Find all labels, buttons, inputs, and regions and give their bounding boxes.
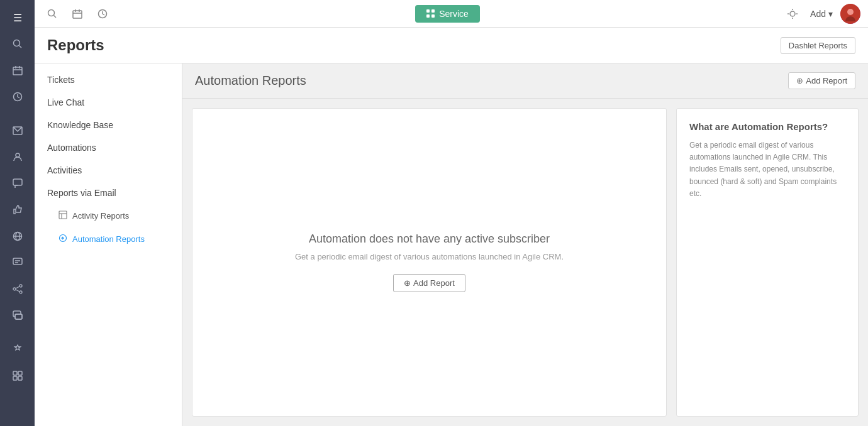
svg-line-31: [54, 15, 57, 18]
header-search-icon[interactable]: [42, 4, 62, 24]
automation-reports-icon: [58, 234, 67, 244]
plugins-nav-icon[interactable]: [5, 363, 30, 388]
svg-rect-26: [13, 371, 17, 375]
empty-plus-icon: ⊕: [404, 278, 411, 288]
info-panel-title: What are Automation Reports?: [689, 121, 845, 132]
reports-via-email-label: Reports via Email: [47, 188, 116, 198]
page-header: Reports Dashlet Reports: [35, 28, 868, 63]
page-title: Reports: [47, 36, 104, 54]
svg-line-38: [103, 14, 104, 15]
add-button[interactable]: Add ▾: [810, 9, 833, 19]
svg-rect-32: [73, 11, 82, 18]
svg-line-8: [18, 97, 19, 98]
left-nav: Tickets Live Chat Knowledge Base Automat…: [35, 63, 182, 426]
activity-reports-icon: [58, 210, 67, 221]
nav-item-activity-reports[interactable]: Activity Reports: [35, 204, 182, 227]
svg-rect-29: [18, 376, 22, 380]
knowledge-base-label: Knowledge Base: [47, 120, 113, 130]
nav-item-automations[interactable]: Automations: [35, 136, 182, 159]
automation-header: Automation Reports ⊕ Add Report: [182, 63, 868, 99]
avatar[interactable]: [840, 4, 860, 24]
svg-point-0: [13, 40, 19, 46]
svg-point-45: [847, 9, 854, 15]
activities-label: Activities: [47, 165, 82, 175]
search-icon[interactable]: [5, 31, 30, 57]
share-nav-icon[interactable]: [5, 276, 30, 302]
svg-point-30: [48, 9, 55, 16]
svg-line-1: [19, 46, 21, 48]
empty-title: Automation does not have any active subs…: [309, 232, 550, 246]
add-report-header-button[interactable]: ⊕ Add Report: [788, 72, 855, 89]
top-header: Service Add ▾: [35, 0, 868, 28]
brightness-icon[interactable]: [782, 4, 803, 24]
body-area: Tickets Live Chat Knowledge Base Automat…: [35, 63, 868, 426]
reports-main: Automation Reports ⊕ Add Report Automati…: [182, 63, 868, 426]
nav-item-automation-reports[interactable]: Automation Reports: [35, 227, 182, 251]
comments-nav-icon[interactable]: [5, 303, 30, 328]
svg-rect-28: [13, 376, 17, 380]
tickets-label: Tickets: [47, 75, 75, 85]
header-left: [42, 4, 113, 24]
dashlet-reports-button[interactable]: Dashlet Reports: [781, 37, 855, 54]
email-nav-icon[interactable]: [5, 118, 30, 143]
header-calendar-icon[interactable]: [67, 4, 87, 24]
svg-point-18: [19, 285, 22, 287]
header-center: Service: [415, 5, 480, 23]
service-label: Service: [439, 9, 469, 19]
plus-circle-icon: ⊕: [796, 76, 803, 85]
nav-item-reports-via-email[interactable]: Reports via Email: [35, 182, 182, 204]
header-clock-icon[interactable]: [92, 4, 113, 24]
clock-icon[interactable]: [5, 84, 30, 109]
reports-content: Automation does not have any active subs…: [182, 99, 868, 426]
svg-rect-11: [13, 179, 22, 185]
header-right: Add ▾: [782, 4, 860, 24]
globe-nav-icon[interactable]: [5, 224, 30, 249]
menu-icon[interactable]: ☰: [5, 5, 30, 30]
nav-item-knowledge-base[interactable]: Knowledge Base: [35, 114, 182, 136]
svg-rect-24: [15, 314, 22, 319]
svg-point-10: [16, 153, 19, 157]
main-wrapper: Service Add ▾ Reports Dashle: [35, 0, 868, 426]
feedback-nav-icon[interactable]: [5, 250, 30, 275]
add-label: Add: [810, 9, 826, 19]
icon-sidebar: ☰: [0, 0, 35, 426]
svg-line-22: [16, 290, 19, 292]
svg-point-19: [13, 288, 16, 290]
grid-icon: [426, 9, 435, 18]
automation-title: Automation Reports: [195, 74, 306, 88]
live-chat-label: Live Chat: [47, 97, 84, 107]
info-panel: What are Automation Reports? Get a perio…: [676, 108, 859, 417]
info-panel-text: Get a periodic email digest of various a…: [689, 139, 845, 200]
contacts-nav-icon[interactable]: [5, 145, 30, 170]
empty-state-card: Automation does not have any active subs…: [192, 108, 667, 417]
automation-reports-label: Automation Reports: [72, 234, 145, 244]
automations-label: Automations: [47, 143, 96, 153]
add-report-header-label: Add Report: [806, 76, 847, 85]
nav-item-live-chat[interactable]: Live Chat: [35, 91, 182, 114]
thumbs-nav-icon[interactable]: [5, 197, 30, 222]
empty-subtitle: Get a periodic email digest of various a…: [295, 252, 564, 261]
svg-line-21: [16, 287, 19, 288]
nav-item-activities[interactable]: Activities: [35, 159, 182, 182]
chevron-down-icon: ▾: [828, 9, 833, 19]
empty-add-label: Add Report: [413, 278, 455, 288]
chat-nav-icon[interactable]: [5, 171, 30, 196]
svg-rect-46: [59, 211, 67, 219]
content-area: Reports Dashlet Reports Tickets Live Cha…: [35, 28, 868, 426]
empty-add-report-button[interactable]: ⊕ Add Report: [393, 274, 465, 292]
nav-item-tickets[interactable]: Tickets: [35, 68, 182, 91]
admin-nav-icon[interactable]: [5, 337, 30, 362]
activity-reports-label: Activity Reports: [72, 211, 129, 221]
svg-rect-15: [13, 258, 22, 265]
calendar-icon[interactable]: [5, 58, 30, 83]
service-button[interactable]: Service: [415, 5, 480, 23]
svg-rect-27: [18, 371, 22, 375]
svg-point-20: [19, 291, 22, 293]
svg-point-39: [790, 11, 795, 16]
svg-rect-2: [13, 67, 22, 75]
